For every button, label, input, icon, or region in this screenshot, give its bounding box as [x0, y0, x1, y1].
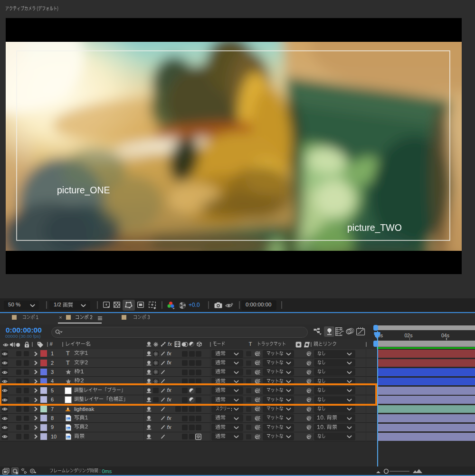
svg-text:picture_ONE: picture_ONE: [57, 185, 110, 196]
svg-text:picture_TWO: picture_TWO: [347, 222, 402, 233]
